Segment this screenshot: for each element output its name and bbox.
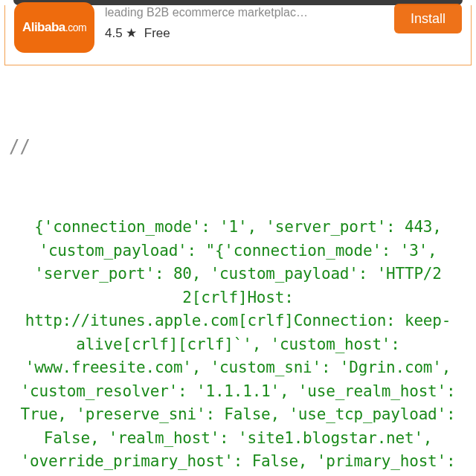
code-body: {'connection_mode': '1', 'server_port': … [9, 216, 467, 476]
star-icon: ★ [126, 26, 137, 40]
brand-text: Alibaba.com [22, 20, 86, 35]
brand-suffix: .com [65, 22, 86, 33]
install-button[interactable]: Install [394, 4, 462, 33]
ad-banner: Alibaba.com leading B2B ecommerce market… [4, 5, 472, 65]
code-block: // {'connection_mode': '1', 'server_port… [0, 65, 476, 476]
rating-value: 4.5 [105, 26, 123, 40]
brand-main: Alibaba [22, 20, 65, 34]
ad-content-row: Alibaba.com leading B2B ecommerce market… [5, 5, 471, 59]
comment-marker: // [9, 133, 467, 160]
price-label: Free [144, 26, 170, 40]
ad-meta: 4.5 ★ Free [105, 25, 384, 41]
app-icon[interactable]: Alibaba.com [14, 2, 94, 53]
ad-description: leading B2B ecommerce marketplac… [105, 5, 384, 21]
ad-text-block: leading B2B ecommerce marketplac… 4.5 ★ … [105, 8, 384, 41]
